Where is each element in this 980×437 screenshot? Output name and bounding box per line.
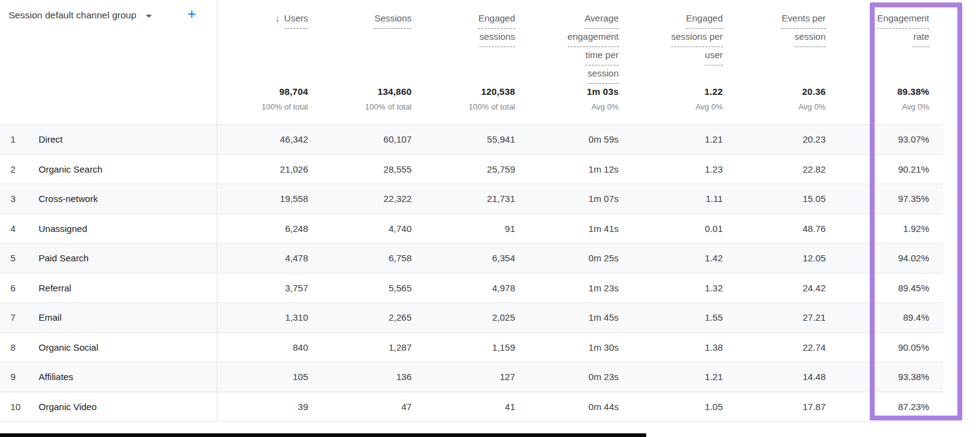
cell-sessions: 47 [322,392,426,422]
cell-events-per-session: 22.82 [737,155,840,184]
row-dimension-cell: 8Organic Social [0,333,217,362]
column-header-line: Sessions [322,10,412,29]
column-header-line: sessions per [633,29,723,47]
column-header-label: user [705,47,723,65]
cell-avg-engagement-time-per-session: 1m 12s [529,155,633,184]
column-header-events-per-session[interactable]: Events persession20.36Avg 0% [737,0,840,124]
row-rank: 10 [10,402,26,412]
cell-engaged-sessions-per-user: 1.55 [633,303,737,332]
cell-engaged-sessions-per-user: 1.21 [633,125,737,154]
cell-avg-engagement-time-per-session: 0m 44s [529,392,633,422]
total-value: 89.38% [897,86,929,97]
table-row: 3Cross-network19,55822,32221,7311m 07s1.… [0,184,943,214]
row-channel-name: Organic Social [39,342,99,353]
cell-events-per-session: 12.05 [737,244,840,273]
total-sublabel: Avg 0% [695,102,723,111]
bottom-black-bar [0,433,646,437]
total-sublabel: Avg 0% [897,102,929,111]
column-header-engaged-sessions-per-user[interactable]: Engagedsessions peruser1.22Avg 0% [633,0,737,124]
row-rank: 8 [10,342,26,353]
column-header-line: user [633,47,723,65]
total-value: 120,538 [469,86,515,97]
row-rank: 6 [10,283,26,293]
cell-engagement-rate: 90.05% [840,333,943,362]
cell-engagement-rate: 93.07% [840,125,943,154]
column-total: 20.36Avg 0% [798,86,826,111]
column-header-engaged-sessions[interactable]: Engagedsessions120,538100% of total [426,0,529,124]
cell-users: 4,478 [217,244,322,273]
total-value: 134,860 [365,86,412,97]
row-rank: 1 [10,134,26,144]
cell-engaged-sessions: 25,759 [426,155,529,184]
column-header-line: Average [529,10,619,29]
row-channel-name: Organic Search [39,164,102,174]
cell-sessions: 22,322 [322,184,426,214]
cell-engaged-sessions-per-user: 1.42 [633,244,737,273]
cell-sessions: 1,287 [322,333,426,362]
row-rank: 3 [10,193,26,204]
cell-engaged-sessions-per-user: 1.11 [633,184,737,214]
add-dimension-button[interactable]: + [187,7,196,21]
cell-engagement-rate: 90.21% [840,155,943,184]
column-total: 120,538100% of total [469,86,515,111]
total-value: 1m 03s [587,86,619,97]
column-total: 134,860100% of total [365,86,412,111]
column-header-label: Events per [782,10,826,29]
cell-users: 3,757 [217,274,322,303]
cell-avg-engagement-time-per-session: 1m 30s [529,333,633,362]
table-row: 5Paid Search4,4786,7586,3540m 25s1.4212.… [0,243,943,273]
cell-users: 6,248 [217,214,322,244]
column-header-label: Sessions [374,10,412,29]
cell-engaged-sessions-per-user: 0.01 [633,214,737,244]
cell-engagement-rate: 89.4% [840,303,943,332]
total-value: 1.22 [695,86,723,97]
column-header-engagement-rate[interactable]: Engagementrate89.38%Avg 0% [840,0,943,124]
column-header-label: Engaged [478,10,515,29]
cell-sessions: 136 [322,362,426,392]
column-header-line: Engaged [633,10,723,29]
cell-users: 19,558 [217,184,322,214]
cell-engaged-sessions-per-user: 1.32 [633,274,737,303]
column-header-line: engagement [529,29,619,47]
cell-users: 840 [217,333,322,362]
cell-sessions: 60,107 [322,125,426,154]
row-channel-name: Affiliates [39,372,73,382]
column-header-line: Engagement [840,10,929,29]
column-header-avg-engagement-time-per-session[interactable]: Averageengagementtime persession1m 03sAv… [529,0,633,124]
cell-events-per-session: 17.87 [737,392,840,422]
cell-engagement-rate: 93.38% [840,362,943,392]
cell-users: 39 [217,392,322,422]
column-header-line: time per [529,47,619,65]
column-header-users[interactable]: ↓Users98,704100% of total [217,0,322,124]
cell-engagement-rate: 89.45% [840,274,943,303]
column-header-line: session [737,29,826,47]
column-total: 98,704100% of total [262,86,308,111]
row-dimension-cell: 2Organic Search [0,155,217,184]
cell-engaged-sessions: 91 [426,214,529,244]
cell-engaged-sessions: 21,731 [426,184,529,214]
cell-events-per-session: 22.74 [737,333,840,362]
table-row: 2Organic Search21,02628,55525,7591m 12s1… [0,154,943,184]
cell-avg-engagement-time-per-session: 0m 25s [529,244,633,273]
cell-engaged-sessions-per-user: 1.23 [633,155,737,184]
table-row: 4Unassigned6,2484,740911m 41s0.0148.761.… [0,214,943,244]
cell-events-per-session: 24.42 [737,274,840,303]
ga4-traffic-acquisition-table: Session default channel group + ↓Users98… [0,0,980,437]
column-header-label: Engagement [877,10,929,29]
row-dimension-cell: 4Unassigned [0,214,217,244]
total-sublabel: Avg 0% [798,102,826,111]
cell-avg-engagement-time-per-session: 1m 45s [529,303,633,332]
row-channel-name: Unassigned [39,223,87,234]
row-dimension-cell: 5Paid Search [0,244,217,273]
dimension-selector[interactable]: Session default channel group [9,10,152,21]
caret-down-icon [146,15,152,18]
column-header-sessions[interactable]: Sessions134,860100% of total [322,0,426,124]
cell-avg-engagement-time-per-session: 0m 23s [529,362,633,392]
cell-avg-engagement-time-per-session: 0m 59s [529,125,633,154]
total-sublabel: Avg 0% [587,102,619,111]
table-row: 6Referral3,7575,5654,9781m 23s1.3224.428… [0,273,943,303]
cell-engaged-sessions: 41 [426,392,529,422]
row-rank: 5 [10,253,26,263]
total-value: 20.36 [798,86,826,97]
column-header-label: Engaged [686,10,723,29]
